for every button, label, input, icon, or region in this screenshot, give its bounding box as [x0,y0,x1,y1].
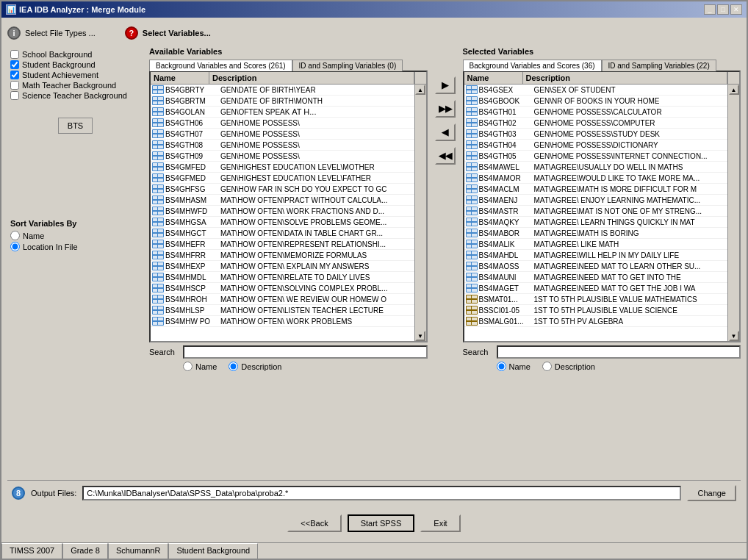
svg-rect-196 [467,273,471,276]
table-row[interactable]: BS4GMFED GEN\HIGHEST EDUCATION LEVEL\MOT… [151,162,414,173]
svg-rect-113 [467,90,471,93]
table-row[interactable]: BSSCI01-05 1ST TO 5TH PLAUSIBLE VALUE SC… [464,305,728,316]
table-row[interactable]: BS4MHASM MAT\HOW OFTEN\PRACT WITHOUT CAL… [151,195,414,206]
table-row[interactable]: BS4MAENJ MAT\AGREE\ ENJOY LEARNING MATHE… [464,195,728,206]
back-button[interactable]: <<Back [287,514,341,532]
variable-icon [152,262,164,270]
step2-label[interactable]: Select Variables... [143,29,211,37]
table-row[interactable]: BS4MHMDL MAT\HOW OFTEN\RELATE TO DAILY L… [151,272,414,283]
move-all-left-button[interactable]: ◀◀ [435,147,456,165]
table-row[interactable]: BS4GTH05 GEN\HOME POSSESS\INTERNET CONNE… [464,151,728,162]
available-col-desc[interactable]: Description [209,72,414,84]
move-right-button[interactable]: ▶ [435,76,456,94]
table-row[interactable]: BS4MAHDL MAT\AGREE\WILL HELP IN MY DAILY… [464,250,728,261]
student-ach-label: Student Achievement [22,71,98,79]
selected-variable-list[interactable]: BS4GSEX GEN\SEX OF STUDENT BS4GBOOK GEN\… [464,85,728,341]
close-button[interactable]: ✕ [730,4,742,15]
table-row[interactable]: BS4MHFRR MAT\HOW OFTEN\MEMORIZE FORMULAS [151,250,414,261]
svg-rect-86 [153,273,157,276]
available-tab-bg[interactable]: Background Variables and Scores (261) [149,60,292,71]
student-ach-checkbox[interactable] [10,71,19,79]
selected-col-name[interactable]: Name [464,72,523,84]
available-scrollbar[interactable]: ▲ ▼ [414,85,426,341]
available-search-input[interactable] [183,345,428,359]
table-row[interactable]: BS4MHGSA MAT\HOW OFTEN\SOLVE PROBLEMS GE… [151,217,414,228]
table-row[interactable]: BS4MHROH MAT\HOW OFTEN\ WE REVIEW OUR HO… [151,294,414,305]
table-row[interactable]: BS4MAQKY MAT\AGREE\ LEARN THINGS QUICKLY… [464,217,728,228]
available-variable-list[interactable]: BS4GBRTY GEN\DATE OF BIRTH\YEAR BS4GBRTM… [151,85,414,341]
variable-name: BS4GMFED [165,163,220,171]
table-row[interactable]: BS4MHGCT MAT\HOW OFTEN\DATA IN TABLE CHA… [151,228,414,239]
table-row[interactable]: BS4MACLM MAT\AGREE\MATH IS MORE DIFFICUL… [464,184,728,195]
student-bg-checkbox[interactable] [10,60,19,69]
variable-name: BS4MACLM [479,185,534,193]
table-row[interactable]: BS4MHEXP MAT\HOW OFTEN\ EXPLAIN MY ANSWE… [151,261,414,272]
start-spss-button[interactable]: Start SPSS [348,514,415,532]
table-row[interactable]: BS4GTH04 GEN\HOME POSSESS\DICTIONARY [464,140,728,151]
status-type: Student Background [168,543,258,559]
table-row[interactable]: BSMALG01... 1ST TO 5TH PV ALGEBRA [464,316,728,327]
sel-search-name-radio[interactable] [497,362,506,371]
table-row[interactable]: BS4GSEX GEN\SEX OF STUDENT [464,85,728,96]
table-row[interactable]: BS4GHFSG GEN\HOW FAR IN SCH DO YOU EXPEC… [151,184,414,195]
maximize-button[interactable]: □ [717,4,729,15]
available-col-name[interactable]: Name [151,72,209,84]
available-tab-id[interactable]: ID and Sampling Variables (0) [292,60,403,71]
sort-name-radio[interactable] [10,231,20,240]
table-row[interactable]: BS4GBRTM GEN\DATE OF BIRTH\MONTH [151,96,414,107]
avail-search-desc-radio[interactable] [229,362,238,371]
table-row[interactable]: BS4MHLSP MAT\HOW OFTEN\LISTEN TEACHER LE… [151,305,414,316]
variable-icon [466,262,478,270]
table-row[interactable]: BS4GTH06 GEN\HOME POSSESS\ [151,118,414,129]
variable-name: BS4MHGCT [165,229,220,237]
table-row[interactable]: BS4MAUNI MAT\AGREE\NEED MAT TO GET INTO … [464,272,728,283]
table-row[interactable]: BS4GBOOK GEN\NR OF BOOKS IN YOUR HOME [464,96,728,107]
table-row[interactable]: BS4GBRTY GEN\DATE OF BIRTH\YEAR [151,85,414,96]
table-row[interactable]: BS4MHEFR MAT\HOW OFTEN\REPRESENT RELATIO… [151,239,414,250]
table-row[interactable]: BS4GTH03 GEN\HOME POSSESS\STUDY DESK [464,129,728,140]
svg-rect-61 [153,218,157,221]
svg-rect-63 [153,223,157,226]
table-row[interactable]: BS4GTH09 GEN\HOME POSSESS\ [151,151,414,162]
move-all-right-button[interactable]: ▶▶ [435,100,456,118]
variable-icon [466,273,478,281]
table-row[interactable]: BS4MHW PO MAT\HOW OFTEN\ WORK PROBLEMS [151,316,414,327]
table-row[interactable]: BS4MAOSS MAT\AGREE\NEED MAT TO LEARN OTH… [464,261,728,272]
step1-label[interactable]: Select File Types ... [25,29,96,37]
math-teacher-checkbox[interactable] [10,81,19,90]
svg-rect-218 [467,322,471,325]
table-row[interactable]: BS4GOLAN GEN\OFTEN SPEAK AT H... [151,107,414,118]
table-row[interactable]: BS4GFMED GEN\HIGHEST EDUCATION LEVEL\FAT… [151,173,414,184]
selected-tab-bg[interactable]: Background Variables and Scores (36) [463,60,602,71]
sort-by-name: Name [10,231,140,240]
table-row[interactable]: BS4GTH02 GEN\HOME POSSESS\COMPUTER [464,118,728,129]
table-row[interactable]: BS4MALIK MAT\AGREE\ LIKE MATH [464,239,728,250]
table-row[interactable]: BS4MAMOR MAT\AGREE\WOULD LIKE TO TAKE MO… [464,173,728,184]
table-row[interactable]: BSMAT01... 1ST TO 5TH PLAUSIBLE VALUE MA… [464,294,728,305]
table-row[interactable]: BS4MAWEL MAT\AGREE\USUALLY DO WELL IN MA… [464,162,728,173]
exit-button[interactable]: Exit [420,514,460,532]
selected-tab-id[interactable]: ID and Sampling Variables (22) [602,60,716,71]
output-path-input[interactable] [82,486,681,500]
selected-scrollbar[interactable]: ▲ ▼ [727,85,739,341]
table-row[interactable]: BS4GTH07 GEN\HOME POSSESS\ [151,129,414,140]
change-button[interactable]: Change [687,485,736,501]
table-row[interactable]: BS4GTH01 GEN\HOME POSSESS\CALCULATOR [464,107,728,118]
science-teacher-checkbox[interactable] [10,91,19,100]
selected-search-input[interactable] [497,345,741,359]
school-bg-checkbox[interactable] [10,50,19,59]
sel-search-desc-radio[interactable] [542,362,552,371]
bts-button[interactable]: BTS [58,118,93,134]
table-row[interactable]: BS4MHSCP MAT\HOW OFTEN\SOLVING COMPLEX P… [151,283,414,294]
minimize-button[interactable]: _ [704,4,716,15]
variable-icon [466,129,478,138]
sort-location-radio[interactable] [10,242,20,251]
table-row[interactable]: BS4MABOR MAT\AGREE\MATH IS BORING [464,228,728,239]
table-row[interactable]: BS4MHWFD MAT\HOW OFTEN\ WORK FRACTIONS A… [151,206,414,217]
avail-search-name-radio[interactable] [183,362,193,371]
table-row[interactable]: BS4GTH08 GEN\HOME POSSESS\ [151,140,414,151]
table-row[interactable]: BS4MAGET MAT\AGREE\NEED MAT TO GET THE J… [464,283,728,294]
move-left-button[interactable]: ◀ [435,123,456,141]
table-row[interactable]: BS4MASTR MAT\AGREE\MAT IS NOT ONE OF MY … [464,206,728,217]
selected-col-desc[interactable]: Description [523,72,728,84]
